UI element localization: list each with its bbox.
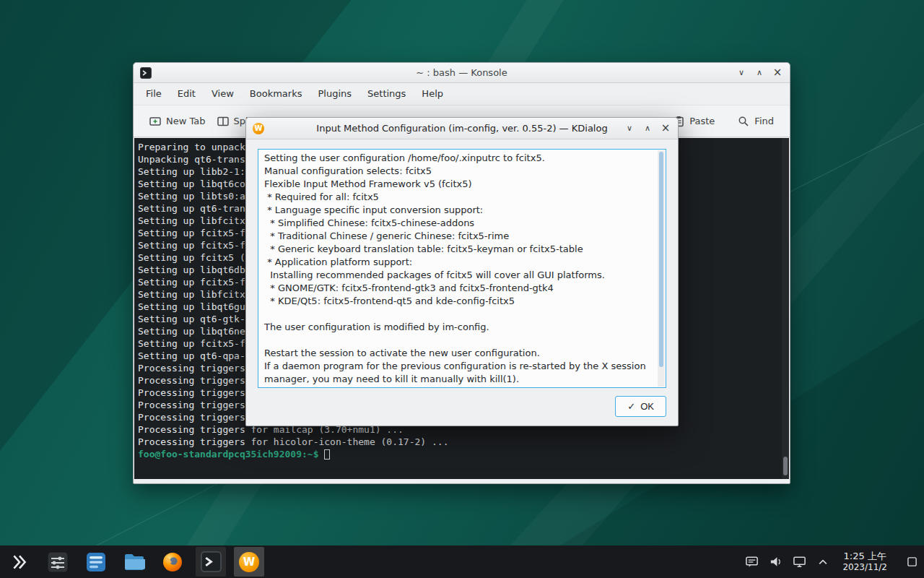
firefox-icon (162, 551, 183, 573)
system-settings-icon (86, 552, 106, 572)
terminal-line: Processing triggers for hicolor-icon-the… (138, 436, 779, 448)
system-settings-launcher-button[interactable] (81, 547, 111, 577)
dialog-text-line: Manual configuration selects: fcitx5 (264, 165, 651, 178)
find-label: Find (754, 116, 774, 126)
sliders-launcher-button[interactable] (43, 547, 73, 577)
menubar-item[interactable]: Edit (170, 83, 204, 105)
sliders-icon (47, 551, 69, 573)
monitor-icon (793, 555, 806, 569)
terminal-scrollbar[interactable] (782, 138, 789, 479)
dialog-text-line: * Required for all: fcitx5 (264, 191, 651, 204)
new-tab-label: New Tab (166, 116, 206, 126)
taskbar-right: 1:25 上午 2023/11/2 (744, 545, 924, 578)
dialog-message-area[interactable]: Setting the user configuration /home/foo… (258, 149, 666, 388)
folder-icon (123, 553, 145, 571)
ok-button-label: OK (640, 401, 654, 412)
dialog-text-line: * GNOME/GTK: fcitx5-frontend-gtk3 and fc… (264, 282, 651, 295)
dialog-text-line: * KDE/Qt5: fcitx5-frontend-qt5 and kde-c… (264, 295, 651, 308)
ok-button[interactable]: ✓ OK (615, 396, 666, 417)
split-view-icon (217, 116, 229, 127)
show-desktop-icon (907, 556, 918, 567)
dialog-text-line: Setting the user configuration /home/foo… (264, 152, 651, 165)
close-icon[interactable]: × (772, 67, 783, 79)
desktop: ~ : bash — Konsole ∨ ∧ × FileEditViewBoo… (0, 0, 924, 578)
check-icon: ✓ (627, 401, 635, 412)
konsole-titlebar[interactable]: ~ : bash — Konsole ∨ ∧ × (134, 63, 790, 83)
show-desktop-button[interactable] (905, 550, 918, 574)
dialog-text-line: If a daemon program for the previous con… (264, 360, 651, 373)
toolbar-right-group: Paste Find (668, 112, 780, 131)
terminal-cursor (324, 449, 330, 460)
file-manager-launcher-button[interactable] (119, 547, 149, 577)
im-config-w-icon: W (239, 552, 259, 572)
minimize-icon[interactable]: ∨ (736, 67, 747, 79)
paste-label: Paste (689, 116, 715, 126)
kdialog-titlebar[interactable]: W Input Method Configuration (im-config,… (246, 118, 678, 139)
taskbar: W (0, 545, 924, 578)
new-tab-icon (149, 116, 161, 127)
dialog-text-line: * Application platform support: (264, 256, 651, 269)
dialog-text-line: Flexible Input Method Framework v5 (fcit… (264, 178, 651, 191)
clock-time: 1:25 上午 (842, 551, 887, 562)
terminal-scrollbar-thumb[interactable] (783, 457, 788, 475)
dialog-message-text: Setting the user configuration /home/foo… (264, 152, 651, 388)
speaker-icon (769, 555, 783, 569)
find-button[interactable]: Find (732, 112, 780, 131)
dialog-text-line (264, 334, 651, 347)
display-tray-button[interactable] (792, 555, 806, 569)
dialog-button-row: ✓ OK (258, 396, 666, 417)
dialog-window-controls: ∨ ∧ × (624, 123, 678, 134)
prompt-user-host: foo@foo-standardpcq35ich92009 (138, 448, 302, 460)
notifications-tray-button[interactable] (744, 555, 759, 569)
dialog-body: Setting the user configuration /home/foo… (246, 139, 678, 426)
dialog-text-line: Installing recommended packages of fcitx… (264, 269, 651, 282)
dialog-scrollbar[interactable] (658, 150, 665, 387)
app-launcher-button[interactable] (4, 547, 35, 577)
volume-tray-button[interactable] (768, 555, 783, 569)
im-config-w-icon: W (253, 123, 264, 134)
menubar-item[interactable]: Help (414, 83, 451, 105)
tray-expander-button[interactable] (816, 555, 830, 569)
taskbar-task-kdialog[interactable]: W (234, 547, 264, 577)
konsole-icon (201, 551, 222, 572)
maximize-icon[interactable]: ∧ (754, 67, 765, 79)
digital-clock[interactable]: 1:25 上午 2023/11/2 (840, 551, 890, 573)
menubar-item[interactable]: Plugins (310, 83, 359, 105)
konsole-menubar: FileEditViewBookmarksPluginsSettingsHelp (134, 83, 790, 105)
clock-date: 2023/11/2 (842, 562, 887, 573)
firefox-launcher-button[interactable] (157, 547, 188, 577)
kdialog-window: W Input Method Configuration (im-config,… (245, 117, 679, 426)
dialog-text-line (264, 308, 651, 321)
dialog-text-line: The user configuration is modified by im… (264, 321, 651, 334)
maximize-icon[interactable]: ∧ (642, 123, 653, 134)
dialog-text-line: manager, you may need to kill it manuall… (264, 373, 651, 386)
prompt-suffix: :~$ (302, 448, 318, 460)
minimize-icon[interactable]: ∨ (624, 123, 635, 134)
menubar-item[interactable]: File (138, 83, 170, 105)
new-tab-button[interactable]: New Tab (144, 112, 212, 131)
terminal-prompt-line: foo@foo-standardpcq35ich92009:~$ (138, 448, 779, 460)
konsole-icon (140, 67, 152, 79)
taskbar-left: W (0, 545, 264, 578)
notifications-icon (745, 555, 759, 569)
chevron-up-icon (817, 556, 829, 568)
menubar-item[interactable]: View (204, 83, 242, 105)
menubar-item[interactable]: Bookmarks (242, 83, 310, 105)
dialog-text-line: * Traditional Chinese / generic Chinese:… (264, 230, 651, 243)
dialog-text-line: See im-config(8) and /usr/share/doc/im-c… (264, 386, 651, 388)
launcher-chevrons-icon (10, 553, 29, 571)
menubar-item[interactable]: Settings (359, 83, 414, 105)
dialog-text-line: * Simplified Chinese: fcitx5-chinese-add… (264, 217, 651, 230)
search-icon (738, 116, 749, 127)
close-icon[interactable]: × (660, 123, 671, 134)
dialog-text-line: * Language specific input conversion sup… (264, 204, 651, 217)
dialog-text-line: Restart the session to activate the new … (264, 347, 651, 360)
window-title: ~ : bash — Konsole (134, 67, 790, 78)
dialog-text-line: * Generic keyboard translation table: fc… (264, 243, 651, 256)
taskbar-task-konsole[interactable] (196, 547, 226, 577)
dialog-title: Input Method Configuration (im-config, v… (246, 123, 678, 134)
dialog-scrollbar-thumb[interactable] (659, 152, 663, 367)
window-controls: ∨ ∧ × (736, 67, 790, 79)
